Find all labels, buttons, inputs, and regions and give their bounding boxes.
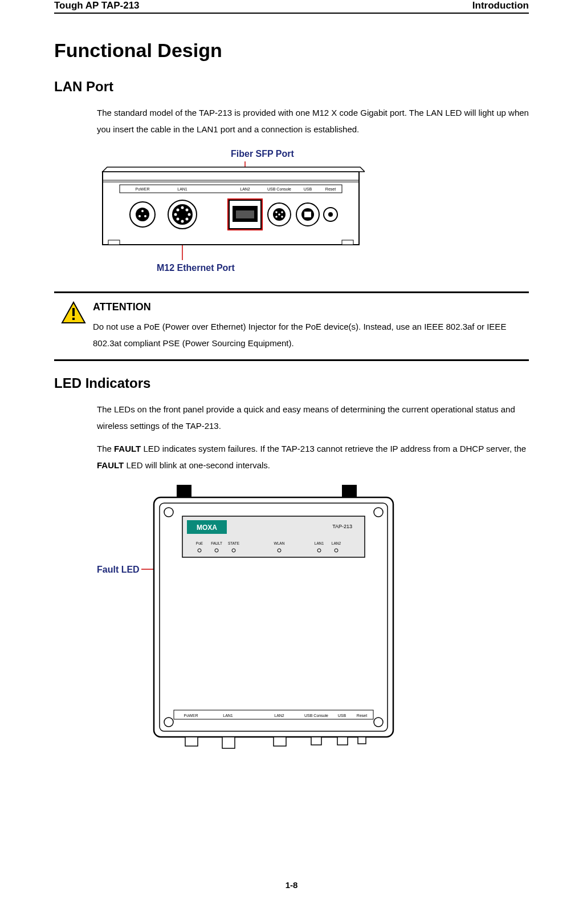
lan-port-heading: LAN Port xyxy=(54,79,529,95)
svg-rect-81 xyxy=(185,737,198,746)
led-indicators-diagram: Fault LED MOXA xyxy=(97,485,529,781)
svg-rect-40 xyxy=(304,212,311,217)
svg-point-25 xyxy=(177,218,180,221)
attention-title: ATTENTION xyxy=(93,301,529,313)
svg-point-55 xyxy=(374,508,383,517)
svg-rect-50 xyxy=(177,485,191,497)
svg-rect-86 xyxy=(358,737,366,744)
svg-point-33 xyxy=(275,211,278,213)
svg-rect-43 xyxy=(108,240,120,245)
fault-led-label: Fault LED xyxy=(97,565,140,575)
fiber-sfp-port-label: Fiber SFP Port xyxy=(231,149,294,159)
svg-text:TAP-213: TAP-213 xyxy=(332,524,352,529)
page-number: 1-8 xyxy=(0,880,583,890)
svg-text:STATE: STATE xyxy=(228,541,240,545)
svg-point-37 xyxy=(278,213,280,216)
svg-text:PoWER: PoWER xyxy=(184,714,198,718)
device-front-view-icon: MOXA TAP-213 PoE FAULT STATE WLAN LAN1 L… xyxy=(97,485,405,770)
svg-rect-82 xyxy=(222,737,235,748)
svg-text:LAN2: LAN2 xyxy=(240,187,250,191)
device-bottom-view-icon: PoWER LAN1 LAN2 USB Console USB Reset xyxy=(97,149,365,274)
svg-point-13 xyxy=(136,208,149,221)
svg-point-36 xyxy=(281,216,283,218)
svg-point-34 xyxy=(281,211,283,213)
svg-text:WLAN: WLAN xyxy=(274,541,285,545)
svg-text:USB: USB xyxy=(304,187,312,191)
svg-rect-83 xyxy=(274,737,286,746)
svg-rect-84 xyxy=(311,737,321,745)
lan-port-paragraph: The standard model of the TAP-213 is pro… xyxy=(97,105,529,137)
page-header: Tough AP TAP-213 Introduction xyxy=(54,0,529,14)
lan-port-diagram: Fiber SFP Port PoWER LAN1 LAN2 xyxy=(97,149,529,274)
svg-rect-29 xyxy=(236,210,254,218)
svg-text:MOXA: MOXA xyxy=(197,524,217,532)
svg-point-14 xyxy=(141,210,144,212)
svg-text:LAN1: LAN1 xyxy=(177,187,187,191)
svg-point-22 xyxy=(188,213,191,216)
svg-rect-51 xyxy=(342,485,357,497)
svg-point-54 xyxy=(164,508,173,517)
svg-text:LAN2: LAN2 xyxy=(332,541,341,545)
svg-text:LAN2: LAN2 xyxy=(274,714,284,718)
svg-point-20 xyxy=(181,220,184,223)
svg-rect-46 xyxy=(72,308,75,316)
svg-text:FAULT: FAULT xyxy=(211,541,222,545)
led-para-2: The FAULT LED indicates system failures.… xyxy=(97,441,529,473)
svg-point-19 xyxy=(181,206,184,209)
svg-point-24 xyxy=(186,209,189,212)
svg-rect-47 xyxy=(72,318,75,320)
warning-icon xyxy=(61,301,86,324)
svg-point-15 xyxy=(138,215,141,217)
svg-point-21 xyxy=(174,213,177,216)
led-para-1: The LEDs on the front panel provide a qu… xyxy=(97,402,529,434)
svg-text:USB Console: USB Console xyxy=(304,714,328,718)
attention-callout: ATTENTION Do not use a PoE (Power over E… xyxy=(54,291,529,361)
main-heading: Functional Design xyxy=(54,39,529,62)
svg-point-57 xyxy=(374,718,383,727)
svg-point-26 xyxy=(186,218,189,221)
svg-text:Reset: Reset xyxy=(325,187,336,191)
svg-text:Reset: Reset xyxy=(357,714,367,718)
svg-text:PoWER: PoWER xyxy=(136,187,150,191)
header-left: Tough AP TAP-213 xyxy=(54,0,140,11)
svg-point-35 xyxy=(275,216,278,218)
led-indicators-heading: LED Indicators xyxy=(54,375,529,391)
svg-point-23 xyxy=(177,209,180,212)
attention-body: Do not use a PoE (Power over Ethernet) I… xyxy=(93,319,529,351)
svg-text:USB Console: USB Console xyxy=(267,187,291,191)
m12-ethernet-port-label: M12 Ethernet Port xyxy=(157,263,235,273)
header-right: Introduction xyxy=(472,0,529,11)
svg-point-42 xyxy=(328,212,333,217)
svg-text:LAN1: LAN1 xyxy=(223,714,233,718)
svg-point-16 xyxy=(144,215,146,217)
svg-point-56 xyxy=(164,718,173,727)
svg-text:PoE: PoE xyxy=(196,541,203,545)
svg-text:LAN1: LAN1 xyxy=(315,541,324,545)
svg-rect-44 xyxy=(342,240,353,245)
svg-rect-85 xyxy=(337,737,348,745)
svg-text:USB: USB xyxy=(338,714,346,718)
